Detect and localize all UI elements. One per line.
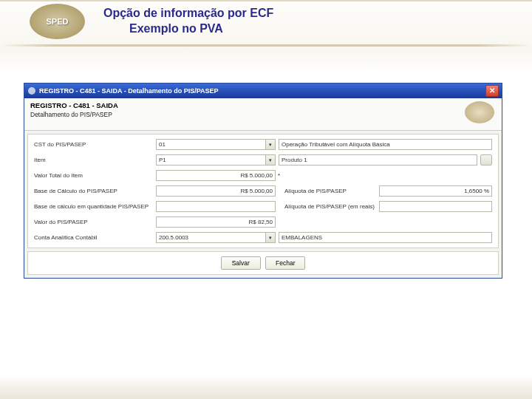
close-button[interactable]: Fechar [265, 256, 305, 270]
svg-point-0 [28, 87, 35, 95]
save-button[interactable]: Salvar [221, 256, 261, 270]
valor-total-field[interactable]: R$ 5.000,00 [156, 170, 276, 181]
aliquota-reais-field[interactable] [379, 201, 492, 212]
cst-combo[interactable]: 01 ▾ [156, 139, 276, 150]
slide-title-line2: Exemplo no PVA [103, 21, 273, 37]
aliquota-field[interactable]: 1,6500 % [379, 185, 492, 197]
required-marker: * [278, 172, 280, 179]
chevron-down-icon[interactable]: ▾ [265, 232, 276, 243]
logo-text: SPED [47, 17, 69, 26]
label-conta: Conta Analítica Contábil [34, 234, 156, 241]
base-calc-qtd-field[interactable] [156, 201, 276, 212]
item-code-field[interactable]: P1 [156, 154, 265, 166]
row-base-calc: Base de Cálculo do PIS/PASEP R$ 5.000,00… [34, 184, 492, 197]
label-valor-pis: Valor do PIS/PASEP [34, 219, 156, 225]
chevron-down-icon[interactable]: ▾ [265, 139, 276, 150]
app-icon [27, 86, 36, 95]
conta-code-field[interactable]: 200.5.0003 [156, 232, 265, 243]
item-combo[interactable]: P1 ▾ [156, 154, 276, 166]
label-cst: CST do PIS/PASEP [34, 141, 156, 148]
valor-pis-field[interactable]: R$ 82,50 [156, 216, 276, 228]
app-window: REGISTRO - C481 - SAIDA - Detalhamento d… [24, 83, 502, 279]
row-cst: CST do PIS/PASEP 01 ▾ Operação Tributáve… [34, 137, 492, 151]
window-titlebar: REGISTRO - C481 - SAIDA - Detalhamento d… [24, 83, 502, 98]
label-base-calc-qtd: Base de cálculo em quantidade PIS/PASEP [34, 203, 156, 210]
label-base-calc: Base de Cálculo do PIS/PASEP [34, 188, 156, 194]
item-lookup-button[interactable] [480, 154, 492, 166]
chevron-down-icon[interactable]: ▾ [265, 154, 276, 166]
cst-desc-field: Operação Tributável com Alíquota Básica [279, 139, 492, 150]
base-calc-field[interactable]: R$ 5.000,00 [156, 185, 276, 197]
button-bar: Salvar Fechar [27, 251, 499, 275]
row-conta: Conta Analítica Contábil 200.5.0003 ▾ EM… [34, 231, 492, 244]
row-valor-total: Valor Total do Item R$ 5.000,00 * [34, 168, 492, 182]
cst-code-field[interactable]: 01 [156, 139, 265, 150]
window-title-text: REGISTRO - C481 - SAIDA - Detalhamento d… [39, 87, 485, 95]
form-panel: CST do PIS/PASEP 01 ▾ Operação Tributáve… [27, 134, 499, 248]
conta-desc-field: EMBALAGENS [279, 232, 492, 243]
label-item: Item [34, 157, 156, 163]
close-icon[interactable]: ✕ [485, 85, 499, 97]
label-valor-total: Valor Total do Item [34, 172, 156, 179]
label-aliquota: Alíquota de PIS/PASEP [284, 188, 379, 194]
sped-logo: SPED [30, 4, 85, 39]
row-item: Item P1 ▾ Produto 1 [34, 153, 492, 166]
slide-title: Opção de informação por ECF Exemplo no P… [103, 6, 273, 37]
row-valor-pis: Valor do PIS/PASEP R$ 82,50 [34, 215, 492, 228]
record-title: REGISTRO - C481 - SAIDA [30, 101, 496, 109]
row-base-calc-qtd: Base de cálculo em quantidade PIS/PASEP … [34, 200, 492, 213]
item-desc-field: Produto 1 [279, 154, 477, 166]
record-subtitle: Detalhamento do PIS/PASEP [30, 111, 496, 118]
conta-combo[interactable]: 200.5.0003 ▾ [156, 232, 276, 243]
header-logo [465, 101, 494, 123]
slide-title-line1: Opção de informação por ECF [103, 6, 273, 21]
label-aliquota-reais: Alíquota de PIS/PASEP (em reais) [284, 203, 379, 210]
record-header: REGISTRO - C481 - SAIDA Detalhamento do … [24, 98, 502, 131]
title-divider [0, 44, 532, 47]
